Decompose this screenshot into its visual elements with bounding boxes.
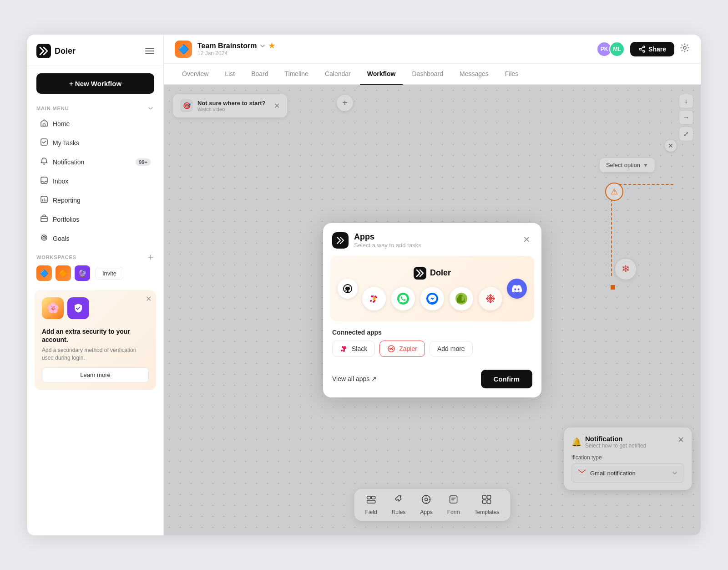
add-workspace-icon[interactable] bbox=[147, 254, 154, 261]
view-all-apps-link[interactable]: View all apps ↗ bbox=[332, 375, 377, 382]
security-card-close[interactable]: ✕ bbox=[146, 295, 152, 303]
slack-int-icon[interactable] bbox=[362, 287, 386, 310]
security-card-title: Add an extra security to your account. bbox=[42, 327, 149, 344]
project-name: Team Brainstorm ★ bbox=[197, 41, 275, 50]
svg-point-12 bbox=[683, 46, 686, 49]
home-icon bbox=[40, 119, 48, 128]
snowflake-int-icon[interactable] bbox=[479, 287, 502, 310]
app-container: Doler + New Workflow MAIN MENU Home bbox=[27, 35, 701, 535]
goals-icon bbox=[40, 234, 48, 243]
discord-icon bbox=[507, 279, 527, 299]
sidebar-item-label: Reporting bbox=[53, 197, 81, 204]
sidebar-item-label: Notification bbox=[53, 158, 84, 166]
main-nav: Home My Tasks Notification 99+ Inbox bbox=[27, 114, 163, 248]
sidebar-logo: Doler bbox=[36, 44, 76, 58]
security-card: ✕ 🌸 Add an extra security to your accoun… bbox=[35, 290, 156, 390]
project-info: Team Brainstorm ★ 12 Jan 2024 bbox=[197, 41, 275, 56]
zapier-chip[interactable]: Zapier bbox=[379, 341, 425, 357]
sidebar-header: Doler bbox=[27, 35, 163, 66]
sidebar-item-inbox[interactable]: Inbox bbox=[31, 172, 160, 190]
settings-button[interactable] bbox=[680, 43, 690, 55]
notification-badge: 99+ bbox=[136, 158, 151, 166]
modal-title: Apps bbox=[354, 232, 421, 242]
sidebar-item-label: Goals bbox=[53, 235, 70, 242]
svg-point-8 bbox=[44, 237, 45, 238]
tab-board[interactable]: Board bbox=[244, 64, 275, 85]
workspace-avatar-2[interactable]: 🔶 bbox=[56, 265, 71, 281]
add-more-chip[interactable]: Add more bbox=[430, 341, 473, 356]
connected-apps-row: Slack Zapier Add more bbox=[332, 341, 532, 357]
hamburger-button[interactable] bbox=[145, 46, 154, 56]
modal-overlay[interactable]: Apps Select a way to add tasks ✕ bbox=[164, 85, 701, 535]
topbar-right: PK ML Share bbox=[597, 41, 690, 57]
modal-close-button[interactable]: ✕ bbox=[521, 232, 532, 247]
reporting-icon bbox=[40, 195, 48, 205]
security-decoration: 🌸 bbox=[42, 297, 64, 319]
tab-workflow[interactable]: Workflow bbox=[360, 64, 403, 85]
integration-banner: Doler bbox=[330, 256, 534, 321]
svg-point-10 bbox=[639, 48, 641, 50]
messenger-int-icon[interactable] bbox=[420, 287, 444, 310]
apps-modal: Apps Select a way to add tasks ✕ bbox=[323, 223, 541, 397]
menu-collapse-icon[interactable] bbox=[147, 105, 154, 112]
tab-dashboard[interactable]: Dashboard bbox=[404, 64, 450, 85]
notification-icon bbox=[40, 157, 48, 167]
tabs-bar: Overview List Board Timeline Calendar Wo… bbox=[164, 64, 701, 85]
workspaces-row: 🔷 🔶 🔮 Invite bbox=[36, 265, 154, 281]
workspaces-section: WORKSPACES 🔷 🔶 🔮 Invite bbox=[27, 248, 163, 285]
sidebar-item-label: My Tasks bbox=[53, 139, 79, 147]
inbox-icon bbox=[40, 176, 48, 186]
security-icon bbox=[67, 297, 89, 319]
tab-list[interactable]: List bbox=[217, 64, 242, 85]
shopify-int-icon[interactable] bbox=[450, 287, 473, 310]
tab-overview[interactable]: Overview bbox=[175, 64, 216, 85]
workspace-avatar-3[interactable]: 🔮 bbox=[75, 265, 90, 281]
connected-apps-label: Connected apps bbox=[332, 329, 532, 336]
sidebar-item-home[interactable]: Home bbox=[31, 114, 160, 133]
workflow-area: 🎯 Not sure where to start? Watch video ✕… bbox=[164, 85, 701, 535]
connected-apps-section: Connected apps Slack Zapier Ad bbox=[323, 329, 541, 364]
svg-point-11 bbox=[643, 51, 645, 52]
star-icon[interactable]: ★ bbox=[268, 41, 275, 50]
workspace-avatar-1[interactable]: 🔷 bbox=[36, 265, 52, 281]
confirm-button[interactable]: Confirm bbox=[481, 370, 533, 388]
svg-rect-5 bbox=[41, 217, 47, 222]
app-name: Doler bbox=[55, 46, 76, 56]
sidebar-item-label: Portfolios bbox=[53, 216, 79, 223]
sidebar-item-label: Inbox bbox=[53, 178, 68, 185]
sidebar-item-goals[interactable]: Goals bbox=[31, 229, 160, 248]
modal-app-icon bbox=[332, 232, 349, 249]
slack-chip[interactable]: Slack bbox=[332, 341, 375, 357]
sidebar-item-portfolios[interactable]: Portfolios bbox=[31, 210, 160, 229]
tab-calendar[interactable]: Calendar bbox=[318, 64, 358, 85]
modal-footer: View all apps ↗ Confirm bbox=[323, 364, 541, 397]
invite-button[interactable]: Invite bbox=[96, 267, 123, 280]
learn-more-button[interactable]: Learn more bbox=[42, 367, 149, 382]
tasks-icon bbox=[40, 138, 48, 148]
integration-icons-row bbox=[362, 287, 502, 310]
sidebar-item-notification[interactable]: Notification 99+ bbox=[31, 153, 160, 171]
sidebar-item-label: Home bbox=[53, 120, 70, 127]
whatsapp-int-icon[interactable] bbox=[391, 287, 415, 310]
sidebar: Doler + New Workflow MAIN MENU Home bbox=[27, 35, 164, 535]
tab-files[interactable]: Files bbox=[498, 64, 526, 85]
share-button[interactable]: Share bbox=[630, 42, 674, 56]
modal-header: Apps Select a way to add tasks ✕ bbox=[323, 223, 541, 256]
avatar-group: PK ML bbox=[597, 41, 625, 57]
center-logo: Doler bbox=[414, 267, 451, 280]
svg-rect-3 bbox=[41, 177, 47, 183]
tab-messages[interactable]: Messages bbox=[452, 64, 496, 85]
sidebar-item-my-tasks[interactable]: My Tasks bbox=[31, 133, 160, 152]
security-card-description: Add a secondary method of verification u… bbox=[42, 346, 149, 362]
svg-rect-1 bbox=[43, 124, 46, 126]
main-menu-label: MAIN MENU bbox=[27, 101, 163, 114]
new-workflow-button[interactable]: + New Workflow bbox=[36, 73, 154, 94]
share-icon bbox=[638, 46, 646, 53]
project-chevron-icon[interactable] bbox=[259, 43, 266, 49]
sidebar-item-reporting[interactable]: Reporting bbox=[31, 191, 160, 209]
tab-timeline[interactable]: Timeline bbox=[278, 64, 316, 85]
project-date: 12 Jan 2024 bbox=[197, 50, 275, 56]
svg-rect-2 bbox=[41, 139, 47, 145]
topbar: 🔷 Team Brainstorm ★ 12 Jan 2024 PK ML bbox=[164, 35, 701, 64]
portfolios-icon bbox=[40, 214, 48, 224]
